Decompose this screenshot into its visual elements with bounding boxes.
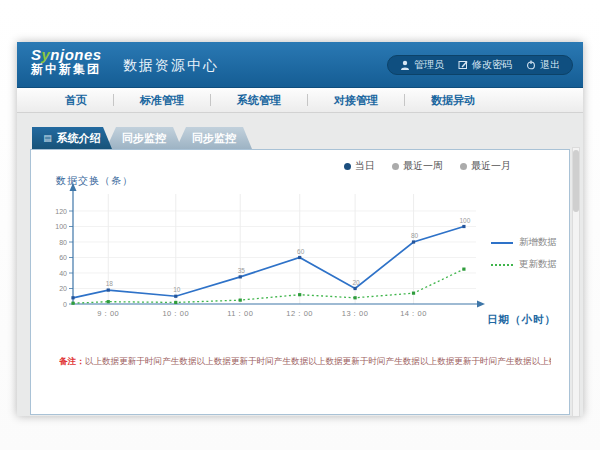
x-axis-title: 日期（小时） xyxy=(487,313,556,327)
footnote: 备注：以上数据更新于时间产生数据以上数据更新于时间产生数据以上数据更新于时间产生… xyxy=(59,356,551,368)
svg-text:10: 10 xyxy=(173,286,181,293)
logout-label: 退出 xyxy=(540,58,560,72)
scrollbar-thumb[interactable] xyxy=(573,150,579,212)
logo-wordmark: Synjones xyxy=(31,46,102,63)
legend-entry-new-data[interactable]: 新增数据 xyxy=(491,236,557,249)
legend-entry-updated-data[interactable]: 更新数据 xyxy=(491,258,557,271)
svg-text:14：00: 14：00 xyxy=(400,309,427,318)
svg-text:80: 80 xyxy=(411,232,419,239)
svg-text:9：00: 9：00 xyxy=(97,309,119,318)
svg-text:13：00: 13：00 xyxy=(342,309,369,318)
logout-button[interactable]: 退出 xyxy=(526,58,560,72)
solid-line-icon xyxy=(491,242,513,244)
legend-label: 更新数据 xyxy=(519,258,557,271)
svg-text:11：00: 11：00 xyxy=(227,309,253,318)
dotted-line-icon xyxy=(491,264,513,266)
edit-icon xyxy=(458,60,468,70)
svg-text:20: 20 xyxy=(59,285,67,292)
content-area: ▤ 系统介绍 同步监控 同步监控 当日 最近一周 xyxy=(17,114,583,416)
svg-text:40: 40 xyxy=(59,270,67,277)
line-chart: 0204060801001209：0010：0011：0012：0013：001… xyxy=(51,180,511,320)
document-icon: ▤ xyxy=(43,134,52,143)
tab-sync-monitor-2[interactable]: 同步监控 xyxy=(176,127,252,149)
logo-text: S xyxy=(31,46,42,63)
main-nav: 首页 标准管理 系统管理 对接管理 数据异动 xyxy=(17,88,583,113)
scrollbar[interactable] xyxy=(572,147,580,417)
range-option-label: 最近一月 xyxy=(471,159,511,173)
tab-bar: ▤ 系统介绍 同步监控 同步监控 xyxy=(32,127,570,149)
nav-item-data-change[interactable]: 数据异动 xyxy=(405,93,501,108)
footnote-label: 备注： xyxy=(59,356,85,366)
time-range-options: 当日 最近一周 最近一月 xyxy=(344,159,511,173)
range-option-today[interactable]: 当日 xyxy=(344,159,375,173)
logo-text-rest: njones xyxy=(50,46,101,63)
nav-item-interface[interactable]: 对接管理 xyxy=(308,93,404,108)
svg-text:0: 0 xyxy=(63,301,67,308)
app-window: Synjones 新中新集团 数据资源中心 管理员 修改密码 退出 xyxy=(17,42,583,416)
svg-text:60: 60 xyxy=(59,254,67,261)
nav-item-standards[interactable]: 标准管理 xyxy=(114,93,210,108)
tab-sync-monitor-1[interactable]: 同步监控 xyxy=(106,127,182,149)
power-icon xyxy=(526,60,536,70)
tab-label: 系统介绍 xyxy=(57,131,101,146)
tab-label: 同步监控 xyxy=(122,131,166,146)
svg-text:10：00: 10：00 xyxy=(162,309,189,318)
range-option-label: 最近一周 xyxy=(403,159,443,173)
svg-text:12：00: 12：00 xyxy=(286,309,313,318)
app-header: Synjones 新中新集团 数据资源中心 管理员 修改密码 退出 xyxy=(17,42,583,88)
svg-text:60: 60 xyxy=(297,248,305,255)
user-toolbar: 管理员 修改密码 退出 xyxy=(387,55,573,75)
chart-panel: 当日 最近一周 最近一月 数据交换（条） 0204060801001209：00… xyxy=(30,149,570,415)
logo: Synjones 新中新集团 xyxy=(31,46,102,77)
svg-text:100: 100 xyxy=(55,223,67,230)
series-legend: 新增数据 更新数据 xyxy=(491,236,557,271)
logo-company-name: 新中新集团 xyxy=(31,63,102,77)
radio-icon xyxy=(344,163,351,170)
svg-text:80: 80 xyxy=(59,239,67,246)
user-icon xyxy=(400,60,410,70)
tab-system-intro[interactable]: ▤ 系统介绍 xyxy=(32,127,112,149)
range-option-label: 当日 xyxy=(355,159,375,173)
svg-text:100: 100 xyxy=(459,217,470,224)
range-option-last-month[interactable]: 最近一月 xyxy=(460,159,511,173)
svg-text:35: 35 xyxy=(238,267,246,274)
range-option-last-week[interactable]: 最近一周 xyxy=(392,159,443,173)
radio-icon xyxy=(460,163,467,170)
footnote-text: 以上数据更新于时间产生数据以上数据更新于时间产生数据以上数据更新于时间产生数据以… xyxy=(85,356,551,366)
svg-text:20: 20 xyxy=(352,279,360,286)
current-user-label: 管理员 xyxy=(414,58,444,72)
nav-item-home[interactable]: 首页 xyxy=(39,93,113,108)
change-password-button[interactable]: 修改密码 xyxy=(458,58,512,72)
tab-label: 同步监控 xyxy=(192,131,236,146)
svg-text:120: 120 xyxy=(55,208,67,215)
nav-item-system[interactable]: 系统管理 xyxy=(211,93,307,108)
page-title: 数据资源中心 xyxy=(123,42,219,88)
legend-label: 新增数据 xyxy=(519,236,557,249)
radio-icon xyxy=(392,163,399,170)
change-password-label: 修改密码 xyxy=(472,58,512,72)
svg-text:18: 18 xyxy=(106,280,114,287)
current-user[interactable]: 管理员 xyxy=(400,58,444,72)
